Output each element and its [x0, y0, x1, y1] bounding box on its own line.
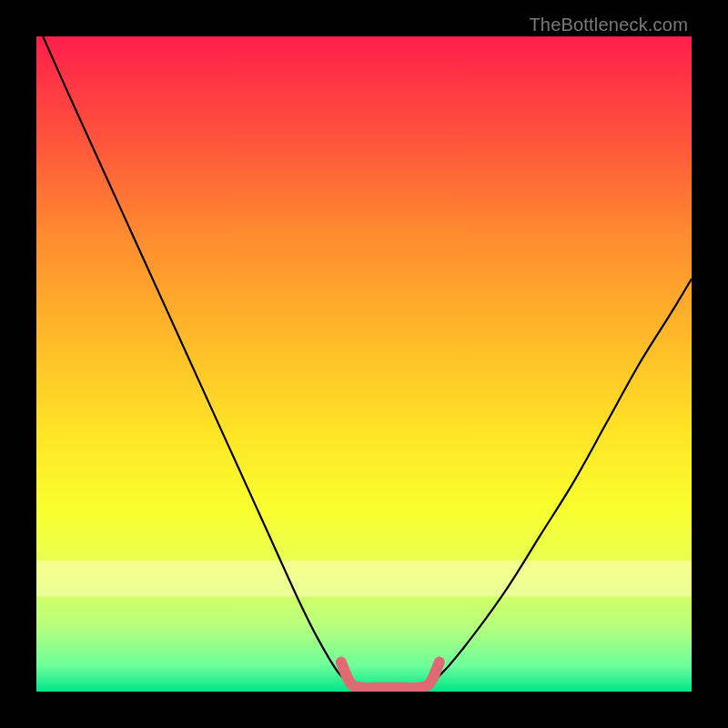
chart-plot-area [36, 36, 692, 692]
chart-bright-band [36, 561, 692, 597]
chart-frame: TheBottleneck.com [0, 0, 728, 728]
watermark-text: TheBottleneck.com [529, 15, 688, 35]
chart-svg [36, 36, 692, 692]
